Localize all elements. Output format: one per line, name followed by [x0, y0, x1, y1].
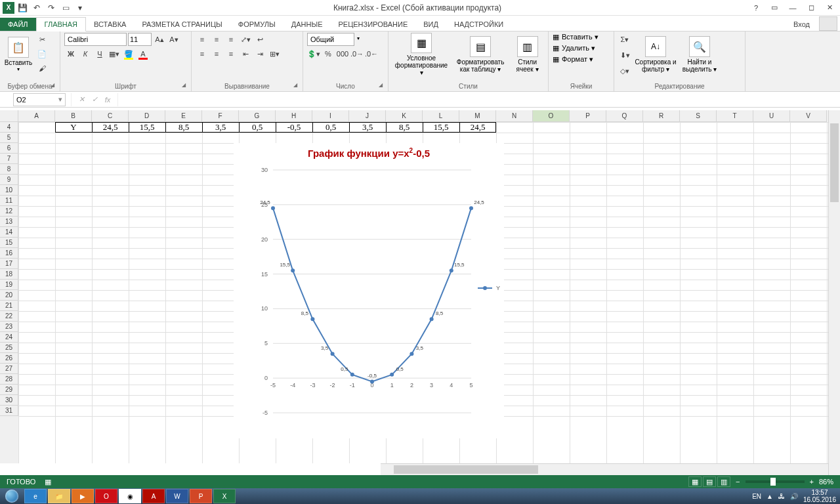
row-header-8[interactable]: 8	[0, 164, 18, 175]
taskbar-excel[interactable]: X	[213, 489, 236, 503]
qat-new[interactable]: ▭	[59, 1, 72, 14]
taskbar-acrobat[interactable]: A	[142, 489, 165, 503]
inc-decimal[interactable]: .0→	[350, 47, 364, 60]
zoom-level[interactable]: 86%	[819, 478, 833, 486]
row-header-22[interactable]: 22	[0, 311, 18, 322]
formula-input[interactable]	[118, 93, 840, 106]
ribbon-tab-файл[interactable]: ФАЙЛ	[0, 18, 36, 31]
name-box[interactable]: O2▾	[13, 93, 66, 106]
col-header-R[interactable]: R	[643, 110, 680, 122]
row-header-4[interactable]: 4	[0, 122, 18, 133]
insert-cells-button[interactable]: ▦Вставить ▾	[553, 33, 598, 41]
align-right[interactable]: ≡	[224, 47, 238, 60]
cell-styles-button[interactable]: ▥Стили ячеек ▾	[511, 33, 544, 76]
taskbar-chrome[interactable]: ◉	[119, 489, 141, 503]
tray-lang[interactable]: EN	[752, 493, 761, 500]
row-header-27[interactable]: 27	[0, 364, 18, 374]
col-header-O[interactable]: O	[533, 110, 570, 122]
col-header-G[interactable]: G	[239, 110, 276, 122]
row-header-11[interactable]: 11	[0, 196, 18, 206]
row-header-12[interactable]: 12	[0, 206, 18, 217]
align-top[interactable]: ≡	[196, 33, 209, 46]
col-header-F[interactable]: F	[202, 110, 239, 122]
row-header-13[interactable]: 13	[0, 217, 18, 227]
col-header-I[interactable]: I	[312, 110, 349, 122]
autosum-button[interactable]: Σ▾	[618, 33, 631, 46]
row-header-16[interactable]: 16	[0, 248, 18, 259]
bold-button[interactable]: Ж	[64, 47, 77, 60]
font-color-button[interactable]: A	[136, 47, 150, 60]
dec-decimal[interactable]: .0←	[365, 47, 378, 60]
row-header-9[interactable]: 9	[0, 175, 18, 185]
row-header-21[interactable]: 21	[0, 301, 18, 311]
user-avatar[interactable]	[819, 16, 837, 31]
ribbon-tab-рецензирование[interactable]: РЕЦЕНЗИРОВАНИЕ	[330, 18, 415, 31]
start-button[interactable]	[0, 488, 24, 504]
cut-button[interactable]: ✂	[35, 33, 49, 46]
col-header-C[interactable]: C	[92, 110, 129, 122]
paste-button[interactable]: 📋Вставить▾	[4, 33, 33, 76]
grow-font-button[interactable]: A▴	[153, 33, 166, 46]
sort-filter-button[interactable]: A↓Сортировка и фильтр ▾	[634, 33, 677, 76]
find-select-button[interactable]: 🔍Найти и выделить ▾	[680, 33, 719, 76]
number-launcher[interactable]: ◢	[379, 82, 387, 90]
fill-color-button[interactable]: 🪣	[122, 47, 135, 60]
font-size-select[interactable]	[128, 33, 152, 46]
number-format-select[interactable]	[307, 33, 354, 46]
qat-save[interactable]: 💾	[16, 1, 29, 14]
row-header-18[interactable]: 18	[0, 269, 18, 280]
wrap-text-button[interactable]: ↩	[253, 33, 266, 46]
col-header-D[interactable]: D	[129, 110, 165, 122]
zoom-out-button[interactable]: −	[736, 478, 740, 486]
tray-volume-icon[interactable]: 🔊	[790, 493, 798, 500]
row-header-25[interactable]: 25	[0, 343, 18, 353]
italic-button[interactable]: К	[79, 47, 92, 60]
accept-formula-icon[interactable]: ✓	[89, 95, 100, 104]
col-header-A[interactable]: A	[18, 110, 55, 122]
qat-customize[interactable]: ▾	[74, 1, 87, 14]
font-name-select[interactable]	[64, 33, 127, 46]
row-header-24[interactable]: 24	[0, 332, 18, 343]
underline-button[interactable]: Ч	[93, 47, 106, 60]
col-header-P[interactable]: P	[570, 110, 606, 122]
row-header-26[interactable]: 26	[0, 353, 18, 364]
row-header-10[interactable]: 10	[0, 185, 18, 196]
align-launcher[interactable]: ◢	[293, 82, 301, 90]
select-all-triangle[interactable]	[0, 110, 18, 122]
row-header-14[interactable]: 14	[0, 227, 18, 238]
ribbon-tab-главная[interactable]: ГЛАВНАЯ	[36, 17, 86, 32]
minimize-button[interactable]: —	[785, 1, 801, 14]
format-painter-button[interactable]: 🖌	[35, 62, 49, 75]
percent-button[interactable]: %	[322, 47, 335, 60]
sign-in-link[interactable]: Вход	[787, 18, 816, 31]
zoom-in-button[interactable]: +	[810, 478, 814, 486]
col-header-H[interactable]: H	[276, 110, 312, 122]
ribbon-tab-надстройки[interactable]: НАДСТРОЙКИ	[446, 18, 511, 31]
fill-button[interactable]: ⬇▾	[618, 49, 631, 62]
qat-undo[interactable]: ↶	[30, 1, 43, 14]
close-button[interactable]: ✕	[822, 1, 837, 14]
col-header-U[interactable]: U	[753, 110, 790, 122]
col-header-E[interactable]: E	[165, 110, 202, 122]
maximize-button[interactable]: ◻	[803, 1, 819, 14]
view-page-layout[interactable]: ▤	[703, 476, 716, 487]
orientation-button[interactable]: ⤢▾	[239, 33, 252, 46]
align-center[interactable]: ≡	[210, 47, 223, 60]
align-left[interactable]: ≡	[196, 47, 209, 60]
taskbar-ie[interactable]: e	[24, 489, 47, 503]
taskbar-word[interactable]: W	[166, 489, 188, 503]
col-header-T[interactable]: T	[717, 110, 753, 122]
row-header-20[interactable]: 20	[0, 290, 18, 301]
horizontal-scrollbar[interactable]	[381, 463, 828, 475]
row-header-28[interactable]: 28	[0, 374, 18, 385]
fx-icon[interactable]: fx	[102, 96, 114, 104]
view-normal[interactable]: ▦	[688, 476, 702, 487]
row-header-19[interactable]: 19	[0, 280, 18, 290]
col-header-N[interactable]: N	[496, 110, 533, 122]
taskbar-opera[interactable]: O	[95, 489, 117, 503]
help-icon[interactable]: ?	[748, 1, 764, 14]
shrink-font-button[interactable]: A▾	[167, 33, 180, 46]
view-page-break[interactable]: ▥	[717, 476, 730, 487]
zoom-slider[interactable]	[746, 480, 805, 483]
taskbar-explorer[interactable]: 📁	[48, 489, 70, 503]
